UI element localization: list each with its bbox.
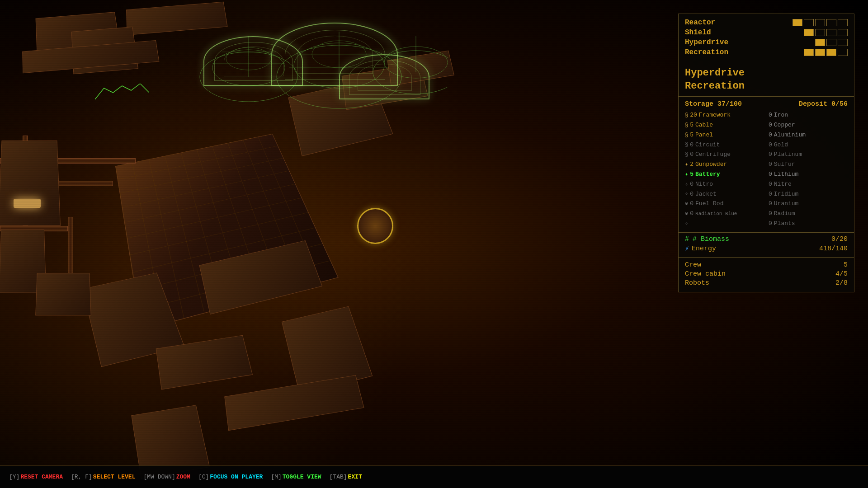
- robots-value: 2/8: [835, 279, 848, 287]
- copper-name: Copper: [774, 121, 795, 130]
- gunpowder-name: Gunpowder: [695, 160, 727, 169]
- nitro-name: Nitro: [695, 180, 713, 189]
- copper-count: 0: [769, 121, 772, 130]
- hyperdrive-row: Hyperdrive: [685, 38, 848, 47]
- cable-name: Cable: [695, 121, 713, 130]
- iridium-count: 0: [769, 190, 772, 199]
- resource-jacket: ✧ 0 Jacket: [685, 190, 764, 199]
- crew-label: Crew: [685, 261, 701, 269]
- battery-count: 5: [690, 170, 693, 179]
- key-tab: [TAB]: [330, 474, 347, 480]
- biomass-value: 0/20: [831, 235, 848, 243]
- robots-row: Robots 2/8: [685, 279, 848, 287]
- bar-filled: [804, 49, 814, 56]
- centrifuge-name: Centrifuge: [695, 150, 731, 160]
- bottom-bar: [Y] RESET CAMERA [R, F] SELECT LEVEL [MW…: [0, 465, 868, 488]
- bar-filled: [826, 49, 836, 56]
- key-y: [Y]: [9, 474, 19, 480]
- hotkey-toggle[interactable]: [M] TOGGLE VIEW: [271, 474, 321, 480]
- gold-name: Gold: [774, 141, 788, 150]
- hotkey-reset-camera[interactable]: [Y] RESET CAMERA: [9, 474, 63, 480]
- action-zoom[interactable]: ZOOM: [176, 474, 190, 480]
- hotkey-focus[interactable]: [C] FOCUS ON PLAYER: [198, 474, 263, 480]
- action-select-level[interactable]: SELECT LEVEL: [93, 474, 136, 480]
- gunpowder-count: 2: [690, 160, 693, 169]
- nitre-count: 0: [769, 180, 772, 189]
- bar-filled: [793, 19, 802, 26]
- dome-grid: [199, 27, 448, 127]
- resource-cable: § 5 Cable: [685, 121, 764, 130]
- robots-label: Robots: [685, 279, 709, 287]
- plants-name: Plants: [774, 219, 795, 229]
- cabin-row: Crew cabin 4/5: [685, 270, 848, 278]
- crew-section: Crew 5 Crew cabin 4/5 Robots 2/8: [679, 258, 854, 292]
- bar-filled: [804, 29, 814, 36]
- biomass-row: # # Biomass 0/20: [685, 235, 848, 243]
- bar-empty: [838, 39, 848, 46]
- deposit-title: Deposit 0/56: [799, 100, 848, 108]
- light-accent: [14, 199, 41, 208]
- gold-accent: [357, 208, 393, 244]
- shield-label: Shield: [685, 28, 739, 37]
- hyperdrive-bars: [815, 39, 848, 46]
- resource-gunpowder: ✦ 2 Gunpowder: [685, 160, 764, 169]
- radblue-icon: ☢: [685, 210, 688, 218]
- storage-section: Storage 37/100 Deposit 0/56 § 20 Framewo…: [679, 97, 854, 233]
- reactor-label: Reactor: [685, 19, 739, 27]
- aluminium-count: 0: [769, 131, 772, 140]
- crew-row: Crew 5: [685, 261, 848, 269]
- resource-radblue: ☢ 0 Radiation Blue: [685, 209, 764, 219]
- centrifuge-icon: §: [685, 150, 688, 159]
- storage-title: Storage 37/100: [685, 100, 742, 108]
- bar-empty: [826, 39, 836, 46]
- hotkey-zoom[interactable]: [MW DOWN] ZOOM: [143, 474, 190, 480]
- fuelrod-name: Fuel Rod: [695, 199, 723, 209]
- jacket-icon: ✧: [685, 190, 688, 198]
- bar-empty: [826, 29, 836, 36]
- action-reset-camera[interactable]: RESET CAMERA: [20, 474, 63, 480]
- nitro-icon: ✧: [685, 180, 688, 189]
- station-module: [35, 273, 91, 315]
- fuelrod-count: 0: [690, 199, 693, 209]
- battery-name: Battery: [695, 170, 720, 179]
- resources-grid: § 20 Framework 0 Iron § 5 Cable 0 Copper…: [685, 111, 848, 229]
- energy-icon: ⚡: [685, 244, 689, 253]
- circuit-name: Circuit: [695, 141, 720, 150]
- resource-uranium: 0 Uranium: [769, 199, 848, 209]
- crew-value: 5: [844, 261, 848, 269]
- plants-count: 0: [769, 219, 772, 229]
- cable-icon: §: [685, 121, 688, 130]
- panel-count: 5: [690, 131, 693, 140]
- fuelrod-icon: ☢: [685, 200, 688, 208]
- resource-iridium: 0 Iridium: [769, 190, 848, 199]
- framework-icon: §: [685, 111, 688, 120]
- svg-point-12: [373, 51, 448, 94]
- bar-empty: [826, 19, 836, 26]
- recreation-bars: [804, 49, 848, 56]
- key-mwdown: [MW DOWN]: [143, 474, 175, 480]
- resource-fuelrod: ☢ 0 Fuel Rod: [685, 199, 764, 209]
- key-m: [M]: [271, 474, 281, 480]
- platinum-name: Platinum: [774, 150, 802, 160]
- action-exit[interactable]: EXIT: [348, 474, 362, 480]
- resource-framework: § 20 Framework: [685, 111, 764, 120]
- resource-panel: § 5 Panel: [685, 131, 764, 140]
- bar-empty: [804, 19, 814, 26]
- action-focus[interactable]: FOCUS ON PLAYER: [210, 474, 263, 480]
- energy-text: Energy: [692, 245, 716, 253]
- shield-row: Shield: [685, 28, 848, 37]
- title-section: Hyperdrive Recreation: [679, 63, 854, 97]
- recreation-label: Recreation: [685, 48, 739, 56]
- jacket-count: 0: [690, 190, 693, 199]
- cabin-value: 4/5: [835, 270, 848, 278]
- hotkey-exit[interactable]: [TAB] EXIT: [330, 474, 362, 480]
- hotkey-select-level[interactable]: [R, F] SELECT LEVEL: [71, 474, 135, 480]
- resource-battery: ✦ 5 Battery: [685, 170, 764, 179]
- iron-count: 0: [769, 111, 772, 120]
- radblue-name: Radiation Blue: [695, 210, 737, 218]
- action-toggle[interactable]: TOGGLE VIEW: [283, 474, 321, 480]
- lithium-count: 0: [769, 170, 772, 179]
- resource-iron: 0 Iron: [769, 111, 848, 120]
- cable-count: 5: [690, 121, 693, 130]
- framework-count: 20: [690, 111, 697, 120]
